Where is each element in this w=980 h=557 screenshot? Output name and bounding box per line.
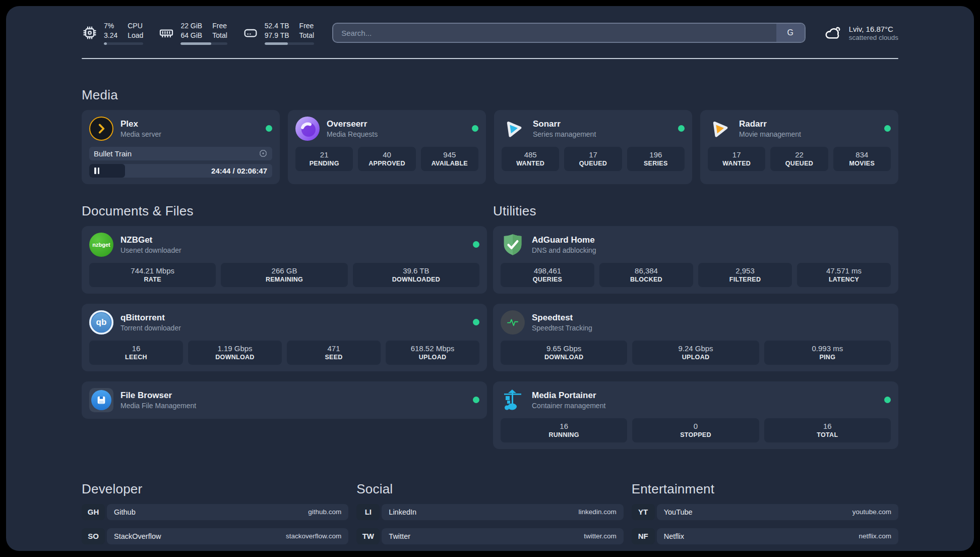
cpu-load-label: Load (128, 31, 143, 40)
stat-wanted: 17 WANTED (708, 147, 765, 171)
bookmark-stackoverflow[interactable]: StackOverflow stackoverflow.com (107, 528, 348, 544)
bookmark-abbr: GH (82, 504, 105, 520)
card-plex: Plex Media server Bullet Train (82, 110, 280, 184)
top-bar: 7% 3.24 CPU Load (82, 21, 898, 45)
qbittorrent-icon: qb (89, 310, 113, 335)
pause-icon[interactable] (94, 168, 99, 174)
service-name: File Browser (120, 391, 196, 401)
search-input[interactable] (333, 24, 776, 42)
memory-progress-bar (180, 42, 227, 45)
disk-widget: 52.4 TB 97.9 TB Free Total (242, 21, 314, 45)
bookmark-netflix[interactable]: Netflix netflix.com (657, 528, 898, 544)
stat-rate: 744.21 Mbps RATE (89, 263, 216, 287)
speedtest-icon (501, 310, 525, 335)
sonarr-icon (502, 117, 526, 141)
search-provider-button[interactable]: G (776, 24, 805, 42)
status-dot-online (266, 125, 272, 132)
service-name: Overseerr (327, 119, 378, 129)
service-radarr[interactable]: Radarr Movie management (708, 117, 891, 141)
stat-stopped: 0 STOPPED (632, 418, 759, 442)
memory-progress-fill (180, 42, 211, 45)
service-desc: Usenet downloader (120, 246, 181, 254)
section-title-social: Social (356, 481, 623, 497)
status-dot-online (473, 319, 479, 325)
cpu-progress-bar (104, 42, 143, 45)
cpu-widget: 7% 3.24 CPU Load (82, 21, 143, 45)
bookmark-abbr: TW (356, 528, 380, 544)
stat-running: 16 RUNNING (501, 418, 627, 442)
service-name: Sonarr (533, 119, 596, 129)
cloud-icon (824, 23, 843, 42)
card-overseerr: Overseerr Media Requests 21 PENDING 40 A… (288, 110, 486, 184)
stat-wanted: 485 WANTED (502, 147, 559, 171)
radarr-icon (708, 117, 732, 141)
section-media: Media Plex Media server (82, 87, 898, 184)
plex-icon (89, 117, 113, 141)
dashboard-page: 7% 3.24 CPU Load (6, 6, 974, 551)
topbar-divider (82, 58, 898, 59)
disk-progress-bar (265, 42, 314, 45)
service-overseerr[interactable]: Overseerr Media Requests (295, 117, 478, 141)
service-desc: Media Requests (327, 130, 378, 138)
overseerr-icon (295, 117, 320, 141)
cpu-load-value: 3.24 (104, 31, 117, 40)
disk-icon (242, 25, 259, 41)
disk-progress-fill (265, 42, 288, 45)
stat-seed: 471 SEED (287, 341, 381, 365)
service-desc: Series management (533, 130, 596, 138)
cpu-usage-label: CPU (128, 21, 143, 31)
service-qbittorrent[interactable]: qb qBittorrent Torrent downloader (89, 310, 479, 335)
stat-leech: 16 LEECH (89, 341, 183, 365)
service-plex[interactable]: Plex Media server (89, 117, 272, 141)
service-desc: Torrent downloader (120, 324, 181, 332)
disk-free-label: Free (299, 21, 315, 31)
status-dot-online (473, 241, 479, 248)
stat-ping: 0.993 ms PING (764, 341, 891, 365)
system-resources: 7% 3.24 CPU Load (82, 21, 314, 45)
service-desc: Media server (120, 130, 161, 138)
status-dot-online (884, 397, 891, 403)
bookmark-abbr: YT (632, 504, 655, 520)
service-speedtest[interactable]: Speedtest Speedtest Tracking (501, 310, 891, 335)
stat-upload: 9.24 Gbps UPLOAD (632, 341, 759, 365)
card-sonarr: Sonarr Series management 485 WANTED 17 Q… (494, 110, 692, 184)
section-title-documents: Documents & Files (82, 203, 487, 219)
stat-queries: 498,461 QUERIES (501, 263, 594, 287)
bookmark-twitter[interactable]: Twitter twitter.com (382, 528, 623, 544)
stat-queued: 22 QUEUED (770, 147, 828, 171)
nzbget-icon: nzbget (89, 233, 113, 257)
card-qbittorrent: qb qBittorrent Torrent downloader 16 LEE… (82, 304, 487, 371)
service-adguard[interactable]: AdGuard Home DNS and adblocking (501, 233, 891, 257)
adguard-icon (501, 233, 525, 257)
search-bar: G (332, 23, 806, 43)
stat-available: 945 AVAILABLE (421, 147, 478, 171)
section-title-developer: Developer (82, 481, 348, 497)
cpu-icon (82, 25, 98, 41)
bookmark-group-social: Social LI LinkedIn linkedin.com TW Twitt… (356, 481, 623, 551)
bookmark-abbr: LI (356, 504, 380, 520)
section-title-media: Media (82, 87, 898, 103)
stat-total: 16 TOTAL (764, 418, 891, 442)
service-sonarr[interactable]: Sonarr Series management (502, 117, 685, 141)
plex-progress-row: 24:44 / 02:06:47 (89, 164, 272, 178)
stat-queued: 17 QUEUED (564, 147, 622, 171)
disk-total-label: Total (299, 31, 315, 40)
section-documents: Documents & Files nzbget NZBGet Usenet d… (82, 203, 487, 449)
bookmark-linkedin[interactable]: LinkedIn linkedin.com (382, 504, 623, 520)
service-desc: Container management (532, 402, 605, 410)
stat-pending: 21 PENDING (295, 147, 353, 171)
bookmark-youtube[interactable]: YouTube youtube.com (657, 504, 898, 520)
service-desc: DNS and adblocking (532, 246, 596, 254)
service-desc: Media File Management (120, 402, 196, 410)
bookmark-abbr: NF (632, 528, 655, 544)
service-filebrowser[interactable]: File Browser Media File Management (89, 388, 479, 412)
bookmark-github[interactable]: Github github.com (107, 504, 348, 520)
service-nzbget[interactable]: nzbget NZBGet Usenet downloader (89, 233, 479, 257)
status-dot-online (472, 125, 478, 132)
service-portainer[interactable]: Media Portainer Container management (501, 388, 891, 412)
service-name: NZBGet (120, 235, 181, 245)
memory-total-label: Total (212, 31, 227, 40)
cpu-progress-fill (104, 42, 107, 45)
card-speedtest: Speedtest Speedtest Tracking 9.65 Gbps D… (493, 304, 898, 371)
disk-total-value: 97.9 TB (265, 31, 289, 40)
